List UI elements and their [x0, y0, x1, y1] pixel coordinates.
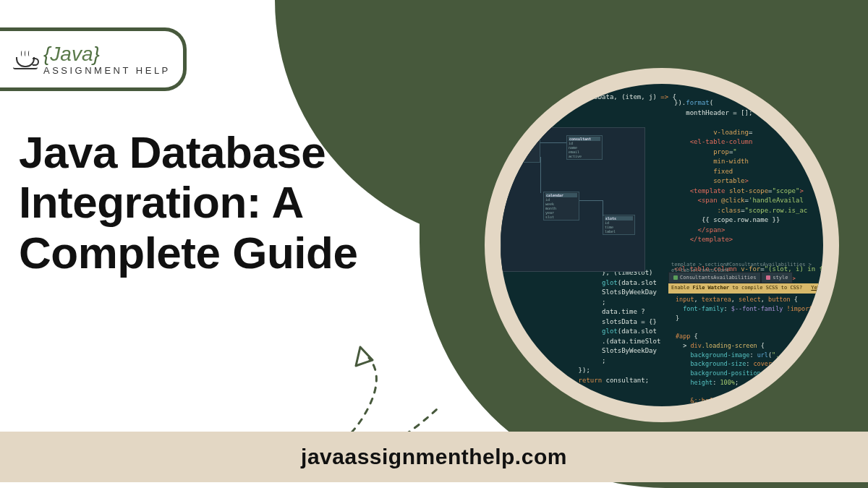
- logo-java-word: Java: [50, 43, 93, 65]
- logo-subtitle: ASSIGNMENT HELP: [43, 66, 171, 75]
- coffee-cup-icon: [13, 51, 38, 69]
- logo: {Java} ASSIGNMENT HELP: [0, 31, 183, 87]
- page-title: Java Database Integration: A Complete Gu…: [19, 127, 409, 278]
- scss-file-icon: [766, 275, 770, 280]
- logo-brace-close: }: [93, 43, 100, 65]
- database-diagram-panel: element idnametypecreatedslot_iduser_id …: [501, 127, 645, 272]
- db-table-slots: slots idtimelabel: [603, 215, 635, 235]
- logo-container: {Java} ASSIGNMENT HELP: [0, 27, 187, 91]
- code-canvas: .forEach(this.weekSlotsData, (item, j) =…: [501, 84, 823, 406]
- db-table-consultant: consultant idnameemailactive: [566, 135, 603, 160]
- logo-brace-open: {: [43, 43, 50, 65]
- footer-band: javaassignmenthelp.com: [0, 432, 868, 482]
- vue-file-icon: [673, 275, 678, 280]
- db-table-calendar: calendar idweekmonthyearslot: [543, 192, 579, 221]
- footer-url: javaassignmenthelp.com: [301, 445, 567, 469]
- logo-text: {Java} ASSIGNMENT HELP: [43, 44, 171, 75]
- editor-tabs: ConsultantsAvailabilities style: [668, 272, 793, 283]
- file-watcher-text: to compile SCSS to CSS?: [732, 285, 802, 291]
- code-screenshot-circle: .forEach(this.weekSlotsData, (item, j) =…: [485, 68, 839, 422]
- editor-tab-style: style: [761, 272, 793, 283]
- editor-tab-consultants: ConsultantsAvailabilities: [668, 272, 761, 283]
- file-watcher-yes: Yes: [811, 285, 820, 292]
- file-watcher-bar: Enable File Watcher to compile SCSS to C…: [668, 283, 823, 294]
